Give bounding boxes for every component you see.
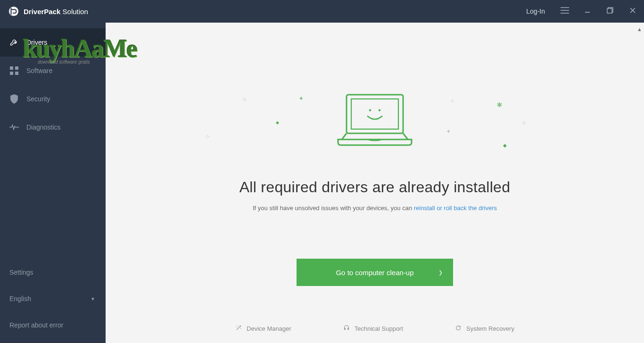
svg-rect-4	[15, 66, 18, 70]
app-title: DriverPack Solution	[24, 8, 88, 16]
svg-rect-5	[10, 72, 13, 75]
grid-icon	[9, 66, 19, 75]
app-logo: DriverPack Solution	[0, 6, 88, 16]
sidebar-item-label: Drivers	[26, 39, 47, 46]
close-icon	[629, 7, 636, 16]
sidebar-settings[interactable]: Settings	[0, 259, 106, 286]
titlebar: DriverPack Solution Log-In	[0, 0, 644, 23]
login-button[interactable]: Log-In	[518, 0, 553, 23]
sidebar-item-drivers[interactable]: Drivers	[0, 28, 106, 57]
tech-support-link[interactable]: Technical Support	[343, 325, 403, 333]
device-manager-link[interactable]: Device Manager	[235, 325, 291, 333]
pulse-icon	[9, 122, 19, 132]
footer-links: Device Manager Technical Support System …	[106, 325, 644, 333]
sidebar: Drivers Software Security Diagnostics Se…	[0, 23, 106, 343]
page-subtitle: If you still have unsolved issues with y…	[253, 204, 497, 212]
scroll-up-icon[interactable]: ▲	[637, 26, 642, 32]
maximize-icon	[607, 7, 613, 16]
system-recovery-link[interactable]: System Recovery	[455, 325, 514, 333]
main-content: ▲ ○ + ⁘ ◆ ⁘ ✻ + ◆ ○ All required drivers…	[106, 23, 644, 343]
svg-point-0	[9, 7, 18, 16]
svg-rect-2	[607, 8, 612, 13]
shield-icon	[9, 94, 19, 104]
sidebar-item-diagnostics[interactable]: Diagnostics	[0, 113, 106, 141]
refresh-icon	[455, 325, 462, 333]
minimize-button[interactable]	[576, 0, 599, 23]
sidebar-item-label: Software	[26, 67, 52, 74]
status-illustration: ○ + ⁘ ◆ ⁘ ✻ + ◆ ○	[233, 86, 516, 152]
sidebar-item-security[interactable]: Security	[0, 85, 106, 113]
sidebar-item-software[interactable]: Software	[0, 57, 106, 85]
svg-rect-3	[10, 66, 13, 70]
svg-rect-6	[15, 72, 18, 75]
maximize-button[interactable]	[599, 0, 621, 23]
sidebar-item-label: Diagnostics	[26, 123, 60, 131]
menu-button[interactable]	[553, 0, 576, 23]
cleanup-button[interactable]: Go to computer clean-up ❯	[297, 259, 453, 286]
headset-icon	[343, 325, 350, 333]
hamburger-icon	[561, 7, 569, 16]
svg-rect-7	[347, 95, 403, 133]
chevron-right-icon: ❯	[438, 270, 443, 276]
language-label: English	[9, 295, 31, 302]
wrench-icon	[9, 38, 19, 47]
sidebar-report-error[interactable]: Report about error	[0, 312, 106, 338]
close-button[interactable]	[621, 0, 644, 23]
wand-icon	[235, 325, 242, 333]
page-title: All required drivers are already install…	[239, 179, 511, 196]
laptop-smile-icon	[332, 92, 417, 147]
cta-label: Go to computer clean-up	[336, 269, 413, 277]
driverpack-logo-icon	[8, 6, 19, 16]
svg-point-10	[379, 109, 380, 111]
svg-rect-8	[351, 99, 398, 129]
chevron-down-icon: ▼	[91, 296, 95, 302]
reinstall-link[interactable]: reinstall or roll back the drivers	[414, 204, 497, 212]
svg-point-9	[369, 109, 371, 111]
sidebar-item-label: Security	[26, 95, 50, 103]
minimize-icon	[584, 7, 591, 16]
sidebar-language[interactable]: English ▼	[0, 286, 106, 312]
